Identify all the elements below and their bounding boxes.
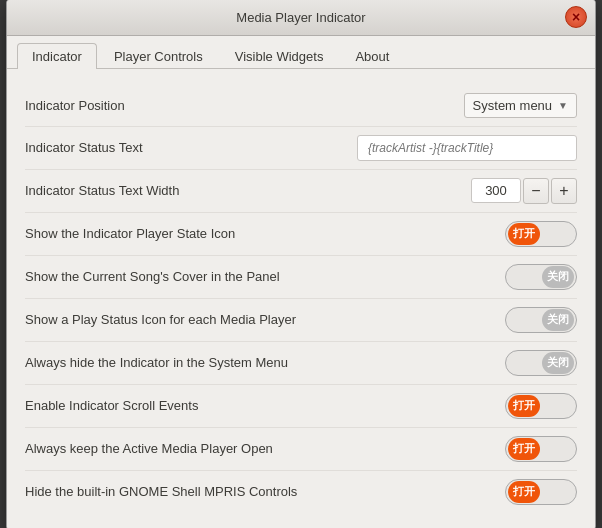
toggle-on-knob3: 打开: [508, 438, 540, 460]
show-play-status-icon-toggle[interactable]: 关闭: [505, 307, 577, 333]
indicator-status-text-width-control: 300 − +: [471, 178, 577, 204]
enable-scroll-events-label: Enable Indicator Scroll Events: [25, 398, 505, 413]
settings-panel: Indicator Position System menu ▼ Indicat…: [7, 69, 595, 529]
toggle-on-knob4: 打开: [508, 481, 540, 503]
app-window: Media Player Indicator × Indicator Playe…: [6, 0, 596, 528]
setting-show-player-state-icon: Show the Indicator Player State Icon 打开: [25, 213, 577, 256]
indicator-status-text-input[interactable]: [357, 135, 577, 161]
dropdown-arrow-icon: ▼: [558, 100, 568, 111]
tab-bar: Indicator Player Controls Visible Widget…: [7, 36, 595, 69]
setting-indicator-status-text-width: Indicator Status Text Width 300 − +: [25, 170, 577, 213]
setting-show-cover-panel: Show the Current Song's Cover in the Pan…: [25, 256, 577, 299]
tab-about[interactable]: About: [340, 43, 404, 69]
setting-enable-scroll-events: Enable Indicator Scroll Events 打开: [25, 385, 577, 428]
setting-hide-gnome-shell-mpris: Hide the built-in GNOME Shell MPRIS Cont…: [25, 471, 577, 513]
indicator-status-text-label: Indicator Status Text: [25, 140, 357, 155]
setting-keep-active-player-open: Always keep the Active Media Player Open…: [25, 428, 577, 471]
show-cover-panel-toggle[interactable]: 关闭: [505, 264, 577, 290]
indicator-position-dropdown[interactable]: System menu ▼: [464, 93, 577, 118]
stepper-plus-button[interactable]: +: [551, 178, 577, 204]
toggle-off-knob3: 关闭: [542, 352, 574, 374]
indicator-position-label: Indicator Position: [25, 98, 464, 113]
indicator-status-text-width-label: Indicator Status Text Width: [25, 183, 471, 198]
tab-indicator[interactable]: Indicator: [17, 43, 97, 69]
toggle-on-knob: 打开: [508, 223, 540, 245]
enable-scroll-events-toggle[interactable]: 打开: [505, 393, 577, 419]
close-button[interactable]: ×: [565, 6, 587, 28]
always-hide-indicator-toggle[interactable]: 关闭: [505, 350, 577, 376]
show-play-status-icon-label: Show a Play Status Icon for each Media P…: [25, 312, 505, 327]
setting-indicator-status-text: Indicator Status Text: [25, 127, 577, 170]
setting-show-play-status-icon: Show a Play Status Icon for each Media P…: [25, 299, 577, 342]
hide-gnome-shell-mpris-toggle[interactable]: 打开: [505, 479, 577, 505]
show-player-state-icon-label: Show the Indicator Player State Icon: [25, 226, 505, 241]
stepper-value: 300: [471, 178, 521, 203]
tab-player-controls[interactable]: Player Controls: [99, 43, 218, 69]
always-hide-indicator-label: Always hide the Indicator in the System …: [25, 355, 505, 370]
show-player-state-icon-toggle[interactable]: 打开: [505, 221, 577, 247]
toggle-off-knob2: 关闭: [542, 309, 574, 331]
tab-visible-widgets[interactable]: Visible Widgets: [220, 43, 339, 69]
setting-always-hide-indicator: Always hide the Indicator in the System …: [25, 342, 577, 385]
indicator-status-text-control: [357, 135, 577, 161]
keep-active-player-open-toggle[interactable]: 打开: [505, 436, 577, 462]
indicator-position-control: System menu ▼: [464, 93, 577, 118]
titlebar: Media Player Indicator ×: [7, 0, 595, 36]
toggle-off-knob: 关闭: [542, 266, 574, 288]
dropdown-value: System menu: [473, 98, 552, 113]
toggle-on-knob2: 打开: [508, 395, 540, 417]
window-title: Media Player Indicator: [236, 10, 365, 25]
keep-active-player-open-label: Always keep the Active Media Player Open: [25, 441, 505, 456]
stepper-minus-button[interactable]: −: [523, 178, 549, 204]
hide-gnome-shell-mpris-label: Hide the built-in GNOME Shell MPRIS Cont…: [25, 484, 505, 499]
show-cover-panel-label: Show the Current Song's Cover in the Pan…: [25, 269, 505, 284]
setting-indicator-position: Indicator Position System menu ▼: [25, 85, 577, 127]
